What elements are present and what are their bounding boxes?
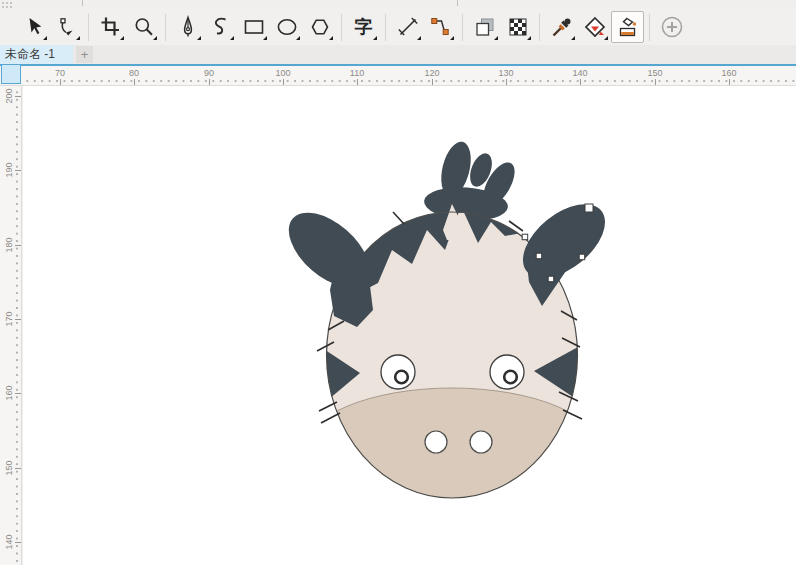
zoom-tool-icon [132, 15, 156, 39]
toolbox: 字 [0, 8, 796, 46]
interactive-fill-tool-button[interactable] [611, 11, 644, 43]
color-eyedropper-tool-button[interactable] [545, 11, 578, 43]
h-ruler-tick [506, 79, 507, 85]
muzzle[interactable] [302, 388, 602, 516]
drop-shadow-tool-button[interactable] [468, 11, 501, 43]
node-handle [522, 234, 528, 240]
v-ruler-label: 140 [4, 534, 14, 549]
left-nostril[interactable] [425, 431, 447, 453]
b-spline-tool-icon [209, 15, 233, 39]
crop-tool-icon [99, 15, 123, 39]
property-bar-edge [0, 0, 796, 8]
v-ruler-tick [15, 96, 21, 97]
polygon-tool-icon [308, 15, 332, 39]
v-ruler-label: 170 [4, 311, 14, 326]
toolbar-separator [165, 14, 166, 41]
right-pupil [504, 371, 517, 384]
vertical-ruler[interactable]: 200190180170160150140 [0, 86, 22, 565]
add-tools-icon [659, 14, 685, 40]
rectangle-tool-button[interactable] [237, 11, 270, 43]
add-tools-button[interactable] [655, 11, 688, 43]
h-ruler-label: 160 [721, 68, 736, 78]
shape-edit-tool-icon [55, 15, 79, 39]
v-ruler-tick [15, 170, 21, 171]
toolbar-separator [341, 14, 342, 41]
v-ruler-label: 180 [4, 237, 14, 252]
smart-fill-tool-icon [583, 15, 607, 39]
toolbar-separator [462, 14, 463, 41]
tab-label: 未命名 -1 [5, 46, 55, 63]
node-handle [579, 254, 585, 260]
h-ruler-tick [580, 79, 581, 85]
pick-tool-button[interactable] [17, 11, 50, 43]
left-eye[interactable] [381, 355, 415, 389]
left-pupil [395, 371, 408, 384]
ellipse-tool-icon [275, 15, 299, 39]
v-ruler-label: 160 [4, 385, 14, 400]
right-nostril[interactable] [470, 431, 492, 453]
pen-tool-button[interactable] [171, 11, 204, 43]
h-ruler-tick [283, 79, 284, 85]
node-handle-start [585, 204, 593, 212]
connector-tool-button[interactable] [424, 11, 457, 43]
drawing-page[interactable] [23, 86, 796, 565]
crop-tool-button[interactable] [94, 11, 127, 43]
divider [457, 0, 458, 6]
left-ear[interactable] [275, 199, 382, 327]
drop-shadow-tool-icon [473, 15, 497, 39]
toolbar-separator [385, 14, 386, 41]
h-ruler-label: 110 [350, 68, 364, 78]
h-ruler-tick [60, 79, 61, 85]
h-ruler-label: 150 [647, 68, 662, 78]
right-eye[interactable] [490, 355, 524, 389]
tab-untitled-document[interactable]: 未命名 -1 [0, 45, 73, 64]
h-ruler-label: 120 [424, 68, 439, 78]
v-ruler-tick [15, 245, 21, 246]
v-ruler-label: 200 [4, 88, 14, 103]
toolbar-separator [649, 14, 650, 41]
pattern-fill-tool-icon [506, 15, 530, 39]
h-ruler-tick [655, 79, 656, 85]
h-ruler-label: 90 [204, 68, 214, 78]
h-ruler-label: 70 [55, 68, 65, 78]
pick-tool-icon [22, 15, 46, 39]
pattern-fill-tool-button[interactable] [501, 11, 534, 43]
h-ruler-label: 100 [275, 68, 290, 78]
hair-tuft[interactable] [423, 139, 521, 224]
h-ruler-label: 80 [129, 68, 139, 78]
interactive-fill-tool-icon [616, 15, 640, 39]
divider [82, 0, 83, 6]
dimension-tool-icon [396, 15, 420, 39]
toolbar-separator [539, 14, 540, 41]
cow-head-artwork[interactable] [23, 86, 796, 565]
toolbar-separator [88, 14, 89, 41]
b-spline-tool-button[interactable] [204, 11, 237, 43]
pen-tool-icon [176, 15, 200, 39]
ruler-origin[interactable] [1, 64, 21, 84]
v-ruler-tick [15, 319, 21, 320]
polygon-tool-button[interactable] [303, 11, 336, 43]
plus-icon: + [81, 47, 89, 62]
text-tool-icon: 字 [355, 18, 373, 36]
h-ruler-label: 130 [498, 68, 513, 78]
h-ruler-tick [432, 79, 433, 85]
zoom-tool-button[interactable] [127, 11, 160, 43]
horizontal-ruler[interactable]: 708090100110120130140150160 [0, 66, 796, 86]
v-ruler-label: 190 [4, 162, 14, 177]
h-ruler-tick [729, 79, 730, 85]
smart-fill-tool-button[interactable] [578, 11, 611, 43]
v-ruler-tick [15, 468, 21, 469]
v-ruler-label: 150 [4, 460, 14, 475]
node-handle [548, 276, 554, 282]
text-tool-button[interactable]: 字 [347, 11, 380, 43]
h-ruler-tick [209, 79, 210, 85]
document-tab-bar: 未命名 -1 + [0, 45, 796, 64]
color-eyedropper-tool-icon [550, 15, 574, 39]
h-ruler-label: 140 [572, 68, 587, 78]
ellipse-tool-button[interactable] [270, 11, 303, 43]
v-ruler-tick [15, 393, 21, 394]
v-ruler-tick [15, 542, 21, 543]
shape-edit-tool-button[interactable] [50, 11, 83, 43]
new-document-tab-button[interactable]: + [76, 46, 93, 63]
dimension-tool-button[interactable] [391, 11, 424, 43]
